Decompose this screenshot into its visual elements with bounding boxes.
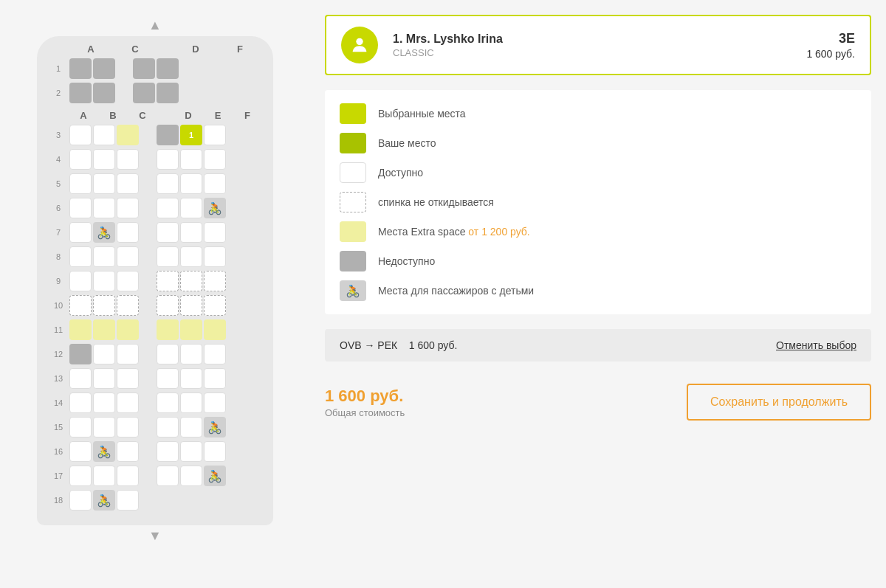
seat-8D[interactable]: [157, 246, 179, 267]
seat-14C[interactable]: [117, 392, 139, 413]
cancel-selection-link[interactable]: Отменить выбор: [776, 339, 856, 351]
seat-8B[interactable]: [93, 246, 115, 267]
scroll-up-button[interactable]: ▲: [142, 15, 168, 36]
seat-2A[interactable]: [69, 83, 92, 103]
seat-15F[interactable]: 🚴: [204, 417, 226, 437]
seat-6E[interactable]: [180, 198, 202, 218]
seat-14E[interactable]: [180, 392, 202, 413]
seat-10A[interactable]: [69, 295, 92, 316]
seat-6F[interactable]: 🚴: [204, 198, 226, 218]
seat-5A[interactable]: [69, 173, 92, 194]
seat-17B[interactable]: [93, 466, 115, 486]
seat-13E[interactable]: [180, 368, 202, 389]
seat-12D[interactable]: [157, 344, 179, 364]
seat-1C[interactable]: [93, 58, 115, 79]
seat-11A[interactable]: [69, 319, 92, 340]
seat-9E[interactable]: [180, 271, 202, 291]
seat-13C[interactable]: [117, 368, 139, 389]
seat-14B[interactable]: [93, 392, 115, 413]
seat-11E[interactable]: [180, 319, 202, 340]
seat-8F[interactable]: [204, 246, 226, 267]
seat-11B[interactable]: [93, 319, 115, 340]
seat-4C[interactable]: [117, 149, 139, 170]
seat-6A[interactable]: [69, 198, 92, 218]
seat-1F[interactable]: [157, 58, 179, 79]
seat-11F[interactable]: [204, 319, 226, 340]
seat-5B[interactable]: [93, 173, 115, 194]
seat-4B[interactable]: [93, 149, 115, 170]
seat-9D[interactable]: [157, 271, 179, 291]
seat-13D[interactable]: [157, 368, 179, 389]
seat-3A[interactable]: [69, 125, 92, 145]
seat-4E[interactable]: [180, 149, 202, 170]
seat-1A[interactable]: [69, 58, 92, 79]
seat-10B[interactable]: [93, 295, 115, 316]
seat-3F[interactable]: [204, 125, 226, 145]
seat-16F[interactable]: [204, 441, 226, 462]
seat-12A[interactable]: [69, 344, 92, 364]
seat-15B[interactable]: [93, 417, 115, 437]
seat-17D[interactable]: [157, 466, 179, 486]
seat-1D[interactable]: [133, 58, 155, 79]
seat-9A[interactable]: [69, 271, 92, 291]
seat-18B[interactable]: 🚴: [93, 490, 115, 511]
scroll-down-button[interactable]: ▼: [142, 525, 168, 547]
seat-4D[interactable]: [157, 149, 179, 170]
seat-6C[interactable]: [117, 198, 139, 218]
seat-9C[interactable]: [117, 271, 139, 291]
seat-2F[interactable]: [157, 83, 179, 103]
seat-3B[interactable]: [93, 125, 115, 145]
seat-13A[interactable]: [69, 368, 92, 389]
seat-16C[interactable]: [117, 441, 139, 462]
seat-10D[interactable]: [157, 295, 179, 316]
seat-12B[interactable]: [93, 344, 115, 364]
seat-16A[interactable]: [69, 441, 92, 462]
seat-13F[interactable]: [204, 368, 226, 389]
seat-12E[interactable]: [180, 344, 202, 364]
seat-4A[interactable]: [69, 149, 92, 170]
seat-15E[interactable]: [180, 417, 202, 437]
seat-15A[interactable]: [69, 417, 92, 437]
seat-9F[interactable]: [204, 271, 226, 291]
seat-14D[interactable]: [157, 392, 179, 413]
seat-10F[interactable]: [204, 295, 226, 316]
seat-8E[interactable]: [180, 246, 202, 267]
seat-7D[interactable]: [157, 222, 179, 243]
seat-7E[interactable]: [180, 222, 202, 243]
seat-3D[interactable]: [157, 125, 179, 145]
seat-17F[interactable]: 🚴: [204, 466, 226, 486]
save-continue-button[interactable]: Сохранить и продолжить: [687, 384, 871, 421]
seat-3C[interactable]: [117, 125, 139, 145]
seat-8A[interactable]: [69, 246, 92, 267]
seat-16D[interactable]: [157, 441, 179, 462]
seat-11C[interactable]: [117, 319, 139, 340]
seat-2D[interactable]: [133, 83, 155, 103]
seat-3E[interactable]: 1: [180, 125, 202, 145]
seat-10E[interactable]: [180, 295, 202, 316]
seat-14F[interactable]: [204, 392, 226, 413]
seat-15C[interactable]: [117, 417, 139, 437]
seat-9B[interactable]: [93, 271, 115, 291]
seat-16E[interactable]: [180, 441, 202, 462]
seat-13B[interactable]: [93, 368, 115, 389]
seat-12C[interactable]: [117, 344, 139, 364]
seat-11D[interactable]: [157, 319, 179, 340]
seat-18A[interactable]: [69, 490, 92, 511]
seat-7B[interactable]: 🚴: [93, 222, 115, 243]
seat-8C[interactable]: [117, 246, 139, 267]
seat-2C[interactable]: [93, 83, 115, 103]
seat-5D[interactable]: [157, 173, 179, 194]
seat-5F[interactable]: [204, 173, 226, 194]
seat-17A[interactable]: [69, 466, 92, 486]
seat-7F[interactable]: [204, 222, 226, 243]
seat-5E[interactable]: [180, 173, 202, 194]
seat-18C[interactable]: [117, 490, 139, 511]
seat-16B[interactable]: 🚴: [93, 441, 115, 462]
seat-10C[interactable]: [117, 295, 139, 316]
seat-6B[interactable]: [93, 198, 115, 218]
seat-6D[interactable]: [157, 198, 179, 218]
seat-7C[interactable]: [117, 222, 139, 243]
seat-14A[interactable]: [69, 392, 92, 413]
seat-17E[interactable]: [180, 466, 202, 486]
seat-5C[interactable]: [117, 173, 139, 194]
